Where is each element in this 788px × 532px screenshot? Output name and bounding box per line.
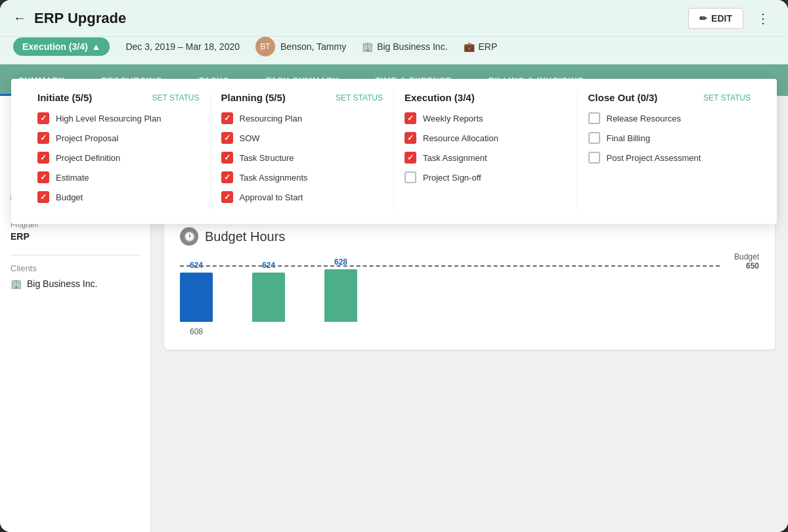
checklist-item[interactable]: High Level Resourcing Plan (37, 112, 200, 124)
bar (324, 269, 357, 322)
program-icon: 💼 (464, 41, 475, 52)
checklist-item[interactable]: Release Resources (588, 112, 751, 124)
project-title: ERP Upgrade (34, 10, 126, 27)
sidebar-divider (11, 255, 140, 255)
checklist-item[interactable]: Task Structure (221, 152, 383, 164)
checklist-item[interactable]: Task Assignments (221, 171, 383, 183)
checklist-item[interactable]: Estimate (37, 171, 200, 183)
col-title-0: Initiate (5/5) (37, 92, 92, 103)
checklist-label: Resourcing Plan (240, 114, 302, 123)
checklist-col-2: Execution (3/4)Weekly ReportsResource Al… (394, 92, 578, 211)
manager-info: BT Benson, Tammy (255, 37, 346, 56)
checklist-item[interactable]: Weekly Reports (405, 112, 567, 124)
sidebar-clients: Clients 🏢 Big Business Inc. (11, 263, 140, 289)
checklist-label: Project Proposal (56, 133, 118, 143)
top-header-right: ✏ EDIT ⋮ (688, 8, 775, 29)
more-button[interactable]: ⋮ (751, 8, 775, 29)
edit-icon: ✏ (699, 13, 707, 24)
bar-chart: 624624628 (180, 259, 759, 324)
checkbox-checked-icon[interactable] (37, 112, 49, 124)
checklist-item[interactable]: Resourcing Plan (221, 112, 383, 124)
checkbox-unchecked-icon[interactable] (588, 152, 600, 164)
col-title-1: Planning (5/5) (221, 92, 286, 103)
client-building-icon: 🏢 (11, 278, 22, 289)
checklist-label: Task Structure (240, 153, 294, 163)
top-header: ← ERP Upgrade ✏ EDIT ⋮ (0, 0, 788, 37)
checklist-item[interactable]: Budget (37, 191, 200, 203)
client-item: 🏢 Big Business Inc. (11, 278, 140, 289)
checkbox-checked-icon[interactable] (37, 132, 49, 144)
checklist-col-0: Initiate (5/5)SET STATUSHigh Level Resou… (27, 92, 211, 211)
clients-label: Clients (11, 263, 140, 273)
checklist-label: Project Sign-off (423, 173, 481, 183)
checklist-col-1: Planning (5/5)SET STATUSResourcing PlanS… (211, 92, 395, 211)
checkbox-checked-icon[interactable] (405, 152, 416, 164)
col-title-2: Execution (3/4) (405, 92, 475, 103)
checkbox-checked-icon[interactable] (221, 132, 233, 144)
avatar: BT (255, 37, 275, 56)
client-icon: 🏢 (362, 41, 373, 52)
checkbox-checked-icon[interactable] (405, 132, 416, 144)
checklist-col-3: Close Out (0/3)SET STATUSRelease Resourc… (578, 92, 762, 211)
edit-button[interactable]: ✏ EDIT (688, 8, 743, 29)
checklist-label: Post Project Assessment (607, 153, 701, 163)
program-value: ERP (11, 231, 140, 242)
set-status-0[interactable]: SET STATUS (152, 93, 199, 102)
checklist-item[interactable]: Project Sign-off (405, 171, 567, 183)
date-range: Dec 3, 2019 – Mar 18, 2020 (125, 41, 240, 52)
checklist-item[interactable]: Approval to Start (221, 191, 383, 203)
checklist-item[interactable]: Post Project Assessment (588, 152, 751, 164)
set-status-3[interactable]: SET STATUS (703, 93, 751, 102)
checklist-label: SOW (240, 133, 260, 143)
sub-header: Execution (3/4) ▲ Dec 3, 2019 – Mar 18, … (0, 37, 788, 64)
checkbox-unchecked-icon[interactable] (588, 112, 600, 124)
checklist-label: Budget (56, 192, 83, 202)
checkbox-checked-icon[interactable] (221, 171, 233, 183)
checklist-label: Final Billing (607, 133, 650, 143)
checklist-item[interactable]: Final Billing (588, 132, 751, 144)
checklist-item[interactable]: Project Definition (37, 152, 200, 164)
checklist-label: Estimate (56, 173, 89, 183)
bar-bottom-label: 608 (180, 327, 213, 336)
checkbox-checked-icon[interactable] (37, 171, 49, 183)
budget-hours-card: 🕐 Budget Hours Budget 650 624624628 608 (164, 214, 775, 349)
client-info: 🏢 Big Business Inc. (362, 41, 447, 52)
bar-group: 628 (324, 257, 357, 322)
bar (252, 273, 285, 322)
checklist-label: Project Definition (56, 153, 120, 163)
checkbox-unchecked-icon[interactable] (405, 171, 416, 183)
checkbox-checked-icon[interactable] (37, 152, 49, 164)
checklist-dropdown: Initiate (5/5)SET STATUSHigh Level Resou… (11, 79, 777, 224)
checkbox-checked-icon[interactable] (221, 152, 233, 164)
checklist-item[interactable]: SOW (221, 132, 383, 144)
bar-group: 624 (180, 261, 213, 322)
checklist-label: Task Assignments (240, 173, 308, 183)
program-info: 💼 ERP (464, 41, 498, 52)
checklist-label: Task Assignment (423, 153, 487, 163)
checkbox-checked-icon[interactable] (405, 112, 416, 124)
top-header-left: ← ERP Upgrade (13, 10, 126, 27)
budget-icon: 🕐 (180, 227, 198, 246)
checkbox-checked-icon[interactable] (221, 112, 233, 124)
bar-bottom-label (252, 327, 285, 336)
checkbox-unchecked-icon[interactable] (588, 132, 600, 144)
checklist-label: Release Resources (607, 114, 681, 123)
checkbox-checked-icon[interactable] (37, 191, 49, 203)
status-badge[interactable]: Execution (3/4) ▲ (13, 37, 110, 56)
checklist-label: Resource Allocation (423, 133, 498, 143)
budget-dashed-line (180, 265, 720, 267)
checklist-item[interactable]: Resource Allocation (405, 132, 567, 144)
checklist-label: Approval to Start (240, 192, 303, 202)
checklist-label: High Level Resourcing Plan (56, 114, 161, 123)
bar-bottom-labels: 608 (180, 327, 759, 336)
checklist-label: Weekly Reports (423, 114, 483, 123)
back-button[interactable]: ← (13, 11, 26, 26)
chevron-up-icon: ▲ (92, 41, 101, 52)
bar-bottom-label (324, 327, 357, 336)
checkbox-checked-icon[interactable] (221, 191, 233, 203)
checklist-item[interactable]: Task Assignment (405, 152, 567, 164)
checklist-item[interactable]: Project Proposal (37, 132, 200, 144)
budget-chart-area: Budget 650 624624628 608 (180, 259, 759, 336)
set-status-1[interactable]: SET STATUS (336, 93, 383, 102)
bar (180, 273, 213, 322)
